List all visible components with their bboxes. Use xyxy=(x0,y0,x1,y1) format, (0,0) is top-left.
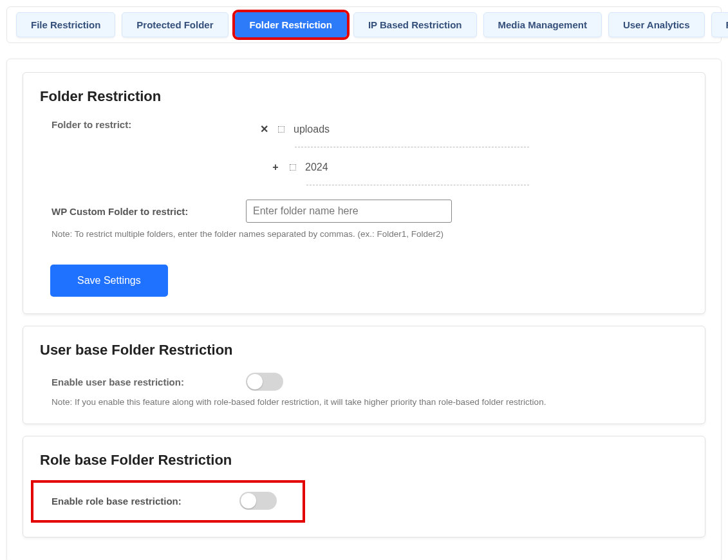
close-icon[interactable]: ✕ xyxy=(259,123,269,135)
user-base-title: User base Folder Restriction xyxy=(40,342,688,359)
save-settings-button[interactable]: Save Settings xyxy=(50,265,168,297)
folder-checkbox-uploads[interactable] xyxy=(278,126,285,133)
tab-file-analytics[interactable]: File Analytics xyxy=(711,12,728,37)
enable-user-base-label: Enable user base restriction: xyxy=(40,377,246,387)
tab-file-restriction[interactable]: File Restriction xyxy=(16,12,115,37)
folder-to-restrict-label: Folder to restrict: xyxy=(40,119,246,130)
custom-folder-note: Note: To restrict multiple folders, ente… xyxy=(40,229,688,239)
content-panel: Folder Restriction Folder to restrict: ✕… xyxy=(6,59,722,560)
user-base-note: Note: If you enable this feature along w… xyxy=(40,397,688,407)
folder-checkbox-2024[interactable] xyxy=(290,164,296,171)
tab-protected-folder[interactable]: Protected Folder xyxy=(122,12,228,37)
wp-custom-folder-label: WP Custom Folder to restrict: xyxy=(40,206,246,217)
tabs-bar: File Restriction Protected Folder Folder… xyxy=(6,6,722,43)
tree-item-label: uploads xyxy=(294,124,330,135)
tree-item-label: 2024 xyxy=(305,162,328,173)
enable-user-base-toggle[interactable] xyxy=(246,373,283,391)
tab-user-analytics[interactable]: User Analytics xyxy=(608,12,705,37)
toggle-knob xyxy=(247,374,263,389)
folder-tree: ✕ uploads + 2024 xyxy=(259,119,529,185)
card-user-base-restriction: User base Folder Restriction Enable user… xyxy=(23,326,705,424)
tab-ip-based-restriction[interactable]: IP Based Restriction xyxy=(353,12,477,37)
card-role-base-restriction: Role base Folder Restriction Enable role… xyxy=(23,436,705,537)
enable-role-base-label: Enable role base restriction: xyxy=(33,496,239,507)
toggle-knob xyxy=(241,493,256,509)
role-base-highlight: Enable role base restriction: xyxy=(33,483,303,520)
card-folder-restriction: Folder Restriction Folder to restrict: ✕… xyxy=(23,72,705,314)
role-base-title: Role base Folder Restriction xyxy=(40,452,688,469)
tab-media-management[interactable]: Media Management xyxy=(483,12,602,37)
tab-folder-restriction[interactable]: Folder Restriction xyxy=(235,12,347,37)
plus-icon[interactable]: + xyxy=(270,162,281,173)
custom-folder-input[interactable] xyxy=(246,200,452,223)
enable-role-base-toggle[interactable] xyxy=(239,492,277,510)
folder-restriction-title: Folder Restriction xyxy=(40,88,688,105)
